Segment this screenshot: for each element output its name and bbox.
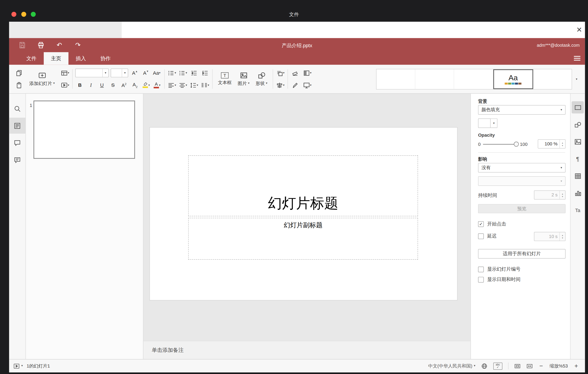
subscript-button[interactable]: A2: [130, 80, 140, 90]
spellcheck-button[interactable]: abc ✓: [493, 362, 503, 370]
underline-button[interactable]: U: [97, 80, 106, 90]
tab-file[interactable]: 文件: [19, 52, 44, 65]
delay-spinner[interactable]: 10 s ▴ ▾: [534, 232, 566, 241]
slide-subtitle-text: 幻灯片副标题: [284, 221, 323, 230]
show-slide-number-checkbox[interactable]: [478, 266, 484, 272]
effect-select[interactable]: 没有 ▾: [478, 163, 566, 173]
search-panel-button[interactable]: [9, 100, 26, 117]
theme-option[interactable]: [377, 69, 415, 89]
fit-width-button[interactable]: [526, 363, 533, 369]
copy-button[interactable]: [14, 68, 24, 78]
opacity-slider-track[interactable]: [483, 144, 516, 145]
fit-slide-button[interactable]: [514, 363, 521, 369]
slide-settings-button[interactable]: [572, 101, 584, 113]
slide-size-button[interactable]: ▾: [303, 80, 312, 90]
paragraph-settings-icon: ¶: [576, 155, 579, 162]
shape-settings-button[interactable]: [572, 118, 584, 130]
clear-style-button[interactable]: [291, 68, 300, 78]
spinner-arrows[interactable]: ▴ ▾: [559, 140, 565, 148]
opacity-slider-knob[interactable]: [514, 142, 519, 146]
slide-thumbnail-number: 1: [30, 103, 32, 108]
paragraph-settings-button[interactable]: ¶: [572, 153, 584, 165]
zoom-out-button[interactable]: −: [539, 363, 544, 370]
theme-gallery-expand-button[interactable]: ▾: [572, 69, 581, 89]
color-scheme-button[interactable]: ▾: [303, 68, 312, 78]
font-name-combobox[interactable]: ▾: [75, 68, 109, 77]
tab-collaboration[interactable]: 协作: [93, 52, 118, 65]
textart-settings-button[interactable]: Ta: [572, 204, 584, 216]
language-selector[interactable]: 中文(中华人民共和国) ▾: [428, 363, 475, 369]
slide-canvas[interactable]: 幻灯片标题 幻灯片副标题: [150, 128, 457, 300]
show-date-time-checkbox[interactable]: [478, 277, 484, 283]
paste-button[interactable]: [14, 80, 24, 90]
delay-checkbox[interactable]: [478, 233, 484, 239]
font-color-button[interactable]: A ▾: [153, 80, 162, 90]
increase-font-size-button[interactable]: A▴: [130, 68, 139, 78]
start-on-click-checkbox[interactable]: ✓: [478, 221, 484, 227]
set-language-button[interactable]: [481, 363, 487, 369]
theme-option[interactable]: [415, 69, 454, 89]
tab-home[interactable]: 主页: [44, 52, 69, 65]
increase-indent-button[interactable]: [200, 68, 210, 78]
slide-canvas-area[interactable]: 幻灯片标题 幻灯片副标题: [143, 94, 471, 341]
background-fill-select[interactable]: 颜色填充 ▾: [478, 105, 566, 115]
tab-insert[interactable]: 插入: [68, 52, 93, 65]
theme-option[interactable]: [533, 69, 571, 89]
slide-title-placeholder[interactable]: 幻灯片标题: [188, 155, 418, 216]
spinner-arrows[interactable]: ▴ ▾: [559, 232, 565, 241]
insert-shape-button[interactable]: 形状 ▾: [253, 71, 270, 88]
columns-button[interactable]: ▾: [200, 80, 210, 90]
chart-settings-button[interactable]: [572, 187, 584, 199]
duration-spinner[interactable]: 2 s ▴ ▾: [534, 190, 566, 199]
insert-textbox-button[interactable]: T 文本框: [215, 71, 234, 87]
superscript-button[interactable]: A2: [119, 80, 129, 90]
start-slideshow-status-button[interactable]: ▾: [13, 363, 23, 369]
horizontal-align-button[interactable]: ▾: [167, 80, 177, 90]
preview-button[interactable]: 预览: [478, 204, 566, 213]
table-settings-button[interactable]: [572, 170, 584, 182]
close-icon[interactable]: ×: [574, 24, 585, 36]
strikethrough-button[interactable]: S: [108, 80, 117, 90]
menu-hamburger-icon[interactable]: [571, 54, 583, 62]
zoom-level[interactable]: 缩放%53: [550, 363, 568, 369]
home-toolbar: 添加幻灯片 ▾ ▾: [9, 65, 585, 93]
play-slideshow-icon: [61, 82, 68, 88]
italic-button[interactable]: I: [86, 80, 95, 90]
slides-panel-button[interactable]: [9, 118, 26, 134]
slide-layout-button[interactable]: ▾: [61, 68, 70, 78]
slide-subtitle-placeholder[interactable]: 幻灯片副标题: [188, 218, 418, 260]
superscript-icon: A2: [122, 82, 126, 88]
bold-button[interactable]: B: [75, 80, 84, 90]
start-slideshow-button[interactable]: ▾: [61, 80, 70, 90]
effect-type-select[interactable]: ▾: [478, 176, 566, 186]
background-color-picker[interactable]: ▾: [478, 118, 497, 128]
change-case-button[interactable]: Aa ▾: [152, 68, 161, 78]
decrease-font-size-button[interactable]: A▾: [141, 68, 150, 78]
image-settings-button[interactable]: [572, 136, 584, 148]
chevron-down-icon: ▾: [159, 71, 161, 75]
slides-panel-icon: [14, 122, 21, 129]
arrange-shape-button[interactable]: ▾: [276, 68, 285, 78]
align-shape-button[interactable]: ▾: [276, 80, 285, 90]
slide-thumbnail[interactable]: [33, 100, 135, 159]
theme-option[interactable]: [454, 69, 493, 89]
chat-panel-button[interactable]: [9, 152, 26, 168]
insert-image-button[interactable]: 图片 ▾: [235, 71, 252, 88]
decrease-indent-button[interactable]: [189, 68, 199, 78]
apply-to-all-slides-button[interactable]: 适用于所有幻灯片: [478, 249, 566, 259]
notes-area[interactable]: 单击添加备注: [143, 341, 471, 359]
numbered-list-button[interactable]: ▾: [178, 68, 188, 78]
add-slide-button[interactable]: 添加幻灯片 ▾: [27, 71, 57, 88]
vertical-align-button[interactable]: ▾: [178, 80, 188, 90]
theme-gallery: Aa ▾: [376, 66, 582, 93]
opacity-spinner[interactable]: 100 % ▴ ▾: [538, 139, 566, 149]
line-spacing-button[interactable]: ▾: [189, 80, 199, 90]
font-size-combobox[interactable]: ▾: [111, 68, 128, 77]
comments-panel-button[interactable]: [9, 135, 26, 151]
highlight-color-button[interactable]: ▾: [141, 80, 151, 90]
zoom-in-button[interactable]: +: [574, 363, 579, 370]
copy-style-button[interactable]: [291, 80, 300, 90]
theme-option-selected[interactable]: Aa: [493, 69, 533, 89]
spinner-arrows[interactable]: ▴ ▾: [559, 191, 565, 199]
bullet-list-button[interactable]: ▾: [167, 68, 177, 78]
